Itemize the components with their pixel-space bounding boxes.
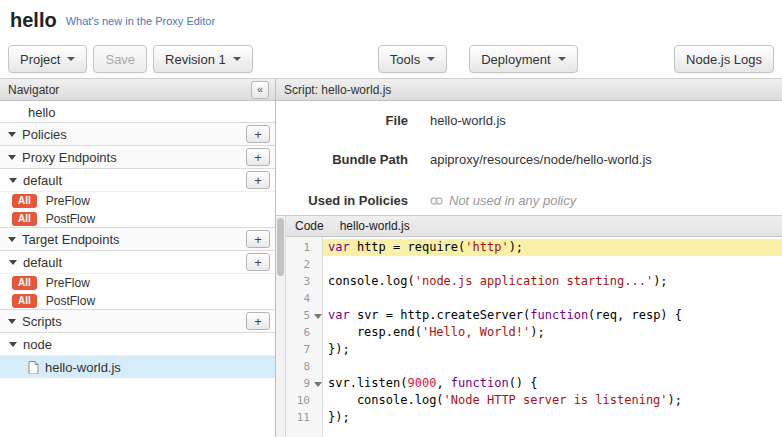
collapse-navigator-button[interactable]: « [251,81,269,99]
project-dropdown[interactable]: Project [8,45,87,73]
proxy-postflow-item[interactable]: All PostFlow [0,210,275,228]
code-line-text[interactable]: console.log('node.js application startin… [323,273,782,290]
code-line-text[interactable]: console.log('Node HTTP server is listeni… [323,392,782,409]
proxy-preflow-item[interactable]: All PreFlow [0,192,275,210]
code-line-text[interactable] [323,358,782,375]
whats-new-link[interactable]: What's new in the Proxy Editor [66,15,215,27]
navigator-title: Navigator [8,83,59,97]
disclosure-triangle-icon[interactable] [9,178,17,183]
section-target-endpoints[interactable]: Target Endpoints + [0,227,275,251]
add-proxy-endpoint-button[interactable]: + [246,148,270,166]
navigator-pane: Navigator « hello Policies + Proxy Endpo… [0,79,276,437]
line-number: 7 [286,341,312,358]
fold-spacer [312,409,323,426]
navigator-header: Navigator « [0,79,275,101]
proxy-endpoint-default[interactable]: default + [0,169,275,192]
add-script-button[interactable]: + [246,312,270,330]
scripts-node-folder[interactable]: node [0,333,275,356]
disclosure-triangle-icon[interactable] [9,260,17,265]
save-button[interactable]: Save [93,45,147,73]
code-editor[interactable]: 1var http = require('http');2 3console.l… [286,237,782,437]
script-file-hello-world[interactable]: hello-world.js [0,356,275,378]
add-target-flow-button[interactable]: + [246,253,270,271]
code-token: ); [653,274,667,288]
disclosure-triangle-icon[interactable] [9,342,17,347]
line-number-gutter: 8 [286,358,323,375]
script-pane-header: Script: hello-world.js [276,79,782,101]
line-number: 10 [286,392,312,409]
code-line-text[interactable]: resp.end('Hello, World!'); [323,324,782,341]
file-icon [28,361,39,374]
fold-toggle-icon[interactable] [312,375,323,392]
code-line[interactable]: 11}); [286,409,782,426]
fold-toggle-icon[interactable] [312,307,323,324]
disclosure-triangle-icon[interactable] [8,237,16,242]
code-token: () { [509,376,538,390]
code-line[interactable]: 9svr.listen(9000, function() { [286,375,782,392]
code-line[interactable]: 3console.log('node.js application starti… [286,273,782,290]
line-number: 11 [286,409,312,426]
toolbar: Project Save Revision 1 Tools Deployment… [0,40,782,78]
disclosure-triangle-icon[interactable] [8,132,16,137]
fold-spacer [312,341,323,358]
scrollbar-thumb[interactable] [277,218,284,276]
line-number-gutter: 6 [286,324,323,341]
condition-badge: All [12,276,37,290]
disclosure-triangle-icon[interactable] [8,319,16,324]
code-scrollbar[interactable] [276,216,286,437]
target-endpoint-default-label: default [23,255,62,270]
code-token: ); [530,325,544,339]
code-token-kw: function [451,376,509,390]
code-line-text[interactable] [323,256,782,273]
section-scripts[interactable]: Scripts + [0,309,275,333]
detail-row-file: File hello-world.js [276,113,782,128]
code-line-text[interactable]: var svr = http.createServer(function(req… [323,307,782,324]
bundle-path-value: apiproxy/resources/node/hello-world.js [430,152,652,167]
script-pane-title: Script: hello-world.js [284,83,391,97]
code-line[interactable]: 10 console.log('Node HTTP server is list… [286,392,782,409]
code-line[interactable]: 1var http = require('http'); [286,239,782,256]
bundle-path-label: Bundle Path [276,152,408,167]
code-token: resp.end( [328,325,422,339]
code-line-text[interactable]: }); [323,409,782,426]
code-line[interactable]: 4 [286,290,782,307]
target-postflow-item[interactable]: All PostFlow [0,292,275,310]
revision-dropdown[interactable]: Revision 1 [153,45,253,73]
code-token: }); [328,410,350,424]
line-number: 1 [286,239,312,256]
line-number: 4 [286,290,312,307]
target-preflow-item[interactable]: All PreFlow [0,274,275,292]
code-line[interactable]: 5var svr = http.createServer(function(re… [286,307,782,324]
code-line[interactable]: 2 [286,256,782,273]
section-scripts-label: Scripts [22,314,62,329]
used-in-policies-label: Used in Policies [276,193,408,208]
disclosure-triangle-icon[interactable] [8,155,16,160]
add-proxy-flow-button[interactable]: + [246,171,270,189]
code-line-text[interactable] [323,290,782,307]
target-endpoint-default[interactable]: default + [0,251,275,274]
toolbar-left-group: Project Save Revision 1 [8,45,253,73]
code-line[interactable]: 8 [286,358,782,375]
code-token-kw: var [328,240,350,254]
code-line-text[interactable]: svr.listen(9000, function() { [323,375,782,392]
line-number-gutter: 11 [286,409,323,426]
code-line[interactable]: 6 resp.end('Hello, World!'); [286,324,782,341]
code-token: svr = http.createServer( [350,308,531,322]
section-policies[interactable]: Policies + [0,122,275,146]
nodejs-logs-button[interactable]: Node.js Logs [674,45,774,73]
code-token: ); [668,393,682,407]
code-header: Code hello-world.js [286,216,782,237]
tree-item-hello[interactable]: hello [0,101,275,123]
add-policy-button[interactable]: + [246,125,270,143]
add-target-endpoint-button[interactable]: + [246,230,270,248]
code-line[interactable]: 7}); [286,341,782,358]
section-proxy-endpoints[interactable]: Proxy Endpoints + [0,145,275,169]
tools-dropdown[interactable]: Tools [378,45,447,73]
code-line-text[interactable]: }); [323,341,782,358]
deployment-dropdown[interactable]: Deployment [469,45,577,73]
revision-dropdown-label: Revision 1 [165,52,226,67]
code-line-text[interactable]: var http = require('http'); [323,239,782,256]
deployment-dropdown-label: Deployment [481,52,550,67]
line-number-gutter: 2 [286,256,323,273]
used-in-policies-text: Not used in any policy [449,193,576,208]
